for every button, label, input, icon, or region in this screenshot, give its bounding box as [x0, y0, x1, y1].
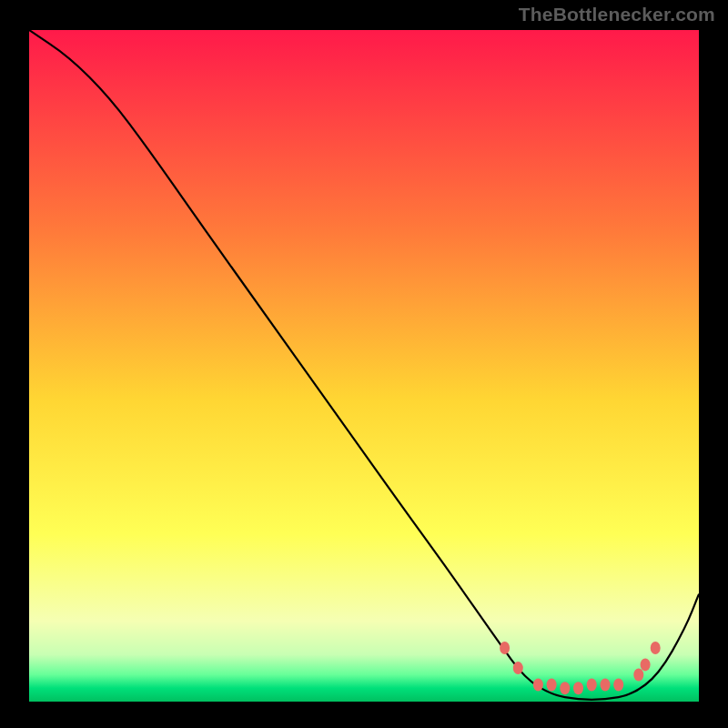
marker-dot: [633, 669, 643, 682]
marker-dot: [547, 679, 557, 692]
plot-area: [29, 30, 699, 702]
marker-dot: [651, 642, 661, 654]
marker-dot: [533, 679, 543, 692]
marker-dot: [573, 682, 583, 694]
optimal-zone-markers: [500, 642, 661, 694]
bottleneck-curve-line: [29, 30, 699, 700]
marker-dot: [513, 662, 523, 674]
marker-dot: [587, 679, 597, 692]
marker-dot: [613, 679, 623, 692]
marker-dot: [500, 642, 510, 654]
chart-svg: [29, 30, 699, 702]
marker-dot: [601, 679, 611, 692]
watermark-text: TheBottlenecker.com: [519, 4, 715, 25]
marker-dot: [641, 658, 651, 671]
marker-dot: [560, 682, 570, 694]
